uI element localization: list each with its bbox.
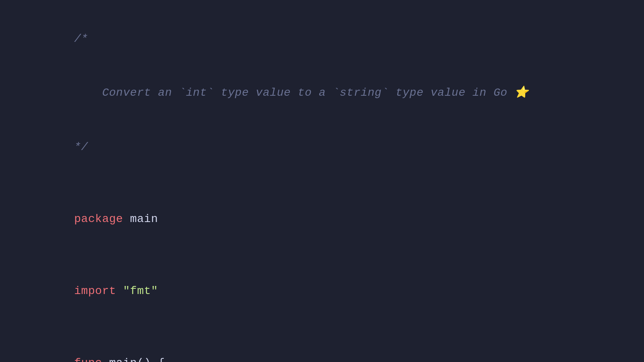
code-content: /* Convert an `int` type value to a `str… [32, 12, 644, 362]
comment-body: Convert an `int` type value to a `string… [74, 86, 528, 99]
empty2 [32, 246, 644, 264]
comment-open: /* [74, 33, 88, 45]
empty3 [32, 319, 644, 337]
comment-close-line: */ [32, 120, 644, 174]
comment-open-line: /* [32, 12, 644, 66]
package-keyword: package [74, 213, 123, 225]
import-keyword: import [74, 285, 116, 297]
func-line: func main() { [32, 336, 644, 362]
code-editor: /* Convert an `int` type value to a `str… [0, 0, 644, 362]
comment-close: */ [74, 141, 88, 153]
package-line: package main [32, 192, 644, 246]
package-name: main [123, 213, 158, 225]
func-keyword: func [74, 357, 102, 362]
import-path: "fmt" [116, 285, 158, 297]
main-signature: main() { [102, 357, 165, 362]
empty1 [32, 174, 644, 192]
comment-body-line: Convert an `int` type value to a `string… [32, 66, 644, 120]
import-line: import "fmt" [32, 264, 644, 318]
